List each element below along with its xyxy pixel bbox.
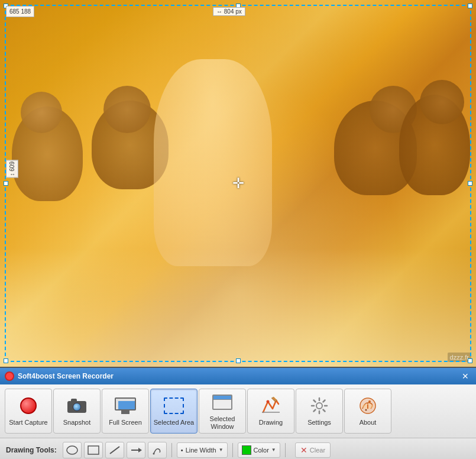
svg-line-8 <box>323 410 325 412</box>
line-width-arrow-icon: ▼ <box>219 447 224 452</box>
full-screen-button[interactable]: Full Screen <box>102 389 149 434</box>
clear-button[interactable]: ✕ Clear <box>295 442 331 458</box>
svg-marker-20 <box>138 448 142 452</box>
monitor-icon <box>115 395 136 416</box>
arrow-tool-button[interactable] <box>127 442 145 458</box>
settings-label: Settings <box>307 419 331 426</box>
selected-window-label: Selected Window <box>199 415 245 431</box>
snapshot-button[interactable]: Snapshot <box>53 389 101 434</box>
handle-topright[interactable] <box>468 4 472 8</box>
line-width-label: Line Width <box>186 447 216 454</box>
selected-area-button[interactable]: Selected Area <box>150 389 197 434</box>
svg-point-0 <box>267 400 270 403</box>
handle-midleft[interactable] <box>4 181 8 186</box>
app-icon <box>5 371 14 381</box>
separator-2 <box>232 443 233 457</box>
dimension-topleft: 685 188 <box>6 6 34 17</box>
svg-point-2 <box>316 403 322 409</box>
dimension-height: ↕ 609 <box>6 160 18 177</box>
handle-midright[interactable] <box>468 181 472 186</box>
settings-icon <box>309 395 330 416</box>
settings-button[interactable]: Settings <box>296 389 343 434</box>
bullet-icon: • <box>181 447 183 454</box>
snapshot-label: Snapshot <box>63 419 90 426</box>
svg-line-18 <box>110 447 119 454</box>
buttons-row: Start Capture Snapshot <box>0 384 476 438</box>
color-label: Color <box>254 447 269 454</box>
camera-icon <box>66 395 88 416</box>
watermark: dzzz.fr <box>448 353 471 362</box>
about-button[interactable]: i About <box>344 389 391 434</box>
toolbar: Soft4boost Screen Recorder ✕ Start Captu… <box>0 367 476 459</box>
titlebar-title: Soft4boost Screen Recorder <box>18 372 114 380</box>
line-width-dropdown[interactable]: • Line Width ▼ <box>177 442 228 458</box>
svg-point-21 <box>153 452 154 454</box>
selected-window-button[interactable]: Selected Window <box>199 389 246 434</box>
dimension-width: ↔ 804 px <box>213 7 245 16</box>
color-arrow-icon: ▼ <box>271 447 276 452</box>
separator <box>171 443 172 457</box>
svg-text:i: i <box>367 402 368 410</box>
drawing-tools-label: Drawing Tools: <box>6 446 57 454</box>
selected-area-label: Selected Area <box>154 419 195 426</box>
about-label: About <box>360 419 377 426</box>
start-capture-button[interactable]: Start Capture <box>5 389 52 434</box>
area-select-icon <box>163 395 184 416</box>
drawing-button[interactable]: Drawing <box>247 389 294 434</box>
line-tool-button[interactable] <box>105 442 124 458</box>
full-screen-label: Full Screen <box>109 419 142 426</box>
svg-rect-17 <box>88 446 99 454</box>
record-icon <box>18 395 39 416</box>
clear-x-icon: ✕ <box>300 445 307 455</box>
drawing-icon <box>260 395 281 416</box>
rectangle-tool-button[interactable] <box>84 442 103 458</box>
svg-point-16 <box>67 446 77 454</box>
color-dropdown[interactable]: Color ▼ <box>238 442 280 458</box>
titlebar: Soft4boost Screen Recorder ✕ <box>0 368 476 384</box>
ellipse-tool-button[interactable] <box>63 442 82 458</box>
separator-3 <box>285 443 286 457</box>
color-swatch <box>242 445 251 455</box>
svg-line-10 <box>314 410 316 412</box>
svg-line-9 <box>323 400 325 402</box>
capture-area: 685 188 ↔ 804 px ↕ 609 ✛ dzzz.fr <box>0 0 476 367</box>
move-cursor-icon: ✛ <box>232 175 244 192</box>
drawing-tools-row: Drawing Tools: • Line Width ▼ <box>0 438 476 459</box>
close-button[interactable]: ✕ <box>459 372 471 380</box>
titlebar-left: Soft4boost Screen Recorder <box>5 371 114 381</box>
about-icon: i <box>357 395 378 416</box>
window-select-icon <box>212 392 233 413</box>
start-capture-label: Start Capture <box>9 419 47 426</box>
drawing-label: Drawing <box>259 419 283 426</box>
svg-line-7 <box>314 400 316 402</box>
pen-tool-button[interactable] <box>148 442 167 458</box>
clear-label: Clear <box>310 447 325 454</box>
